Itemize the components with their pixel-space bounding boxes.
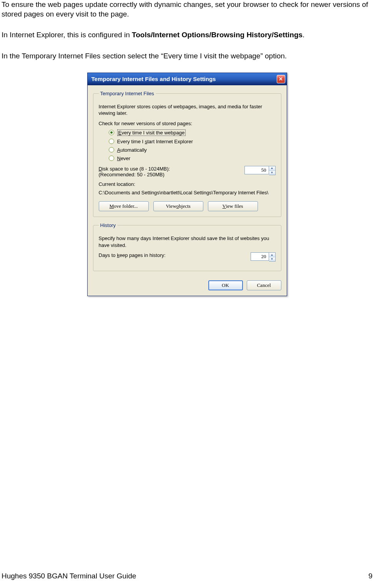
radio-icon (109, 139, 114, 144)
mnemonic: A (117, 147, 121, 153)
radio-automatically[interactable]: Automatically (109, 147, 276, 153)
radio-every-start[interactable]: Every time I start Internet Explorer (109, 139, 276, 144)
radio-every-start-label: Every time I start Internet Explorer (117, 139, 193, 144)
disk-space-label: Disk space to use (8 - 1024MB): (Recomme… (99, 166, 170, 177)
days-keep-spinner[interactable]: ▲ ▼ (251, 252, 276, 262)
disk-space-rec: (Recommended: 50 - 250MB) (99, 172, 170, 177)
p2-bold: Tools/Internet Options/Browsing History/… (132, 31, 303, 39)
label-rest: ever (121, 156, 130, 161)
current-location-path: C:\Documents and Settings\nbartlett\Loca… (99, 189, 276, 196)
label-rest: isk space to use (8 - 1024MB): (102, 166, 170, 172)
label-a: Every time I (117, 139, 145, 144)
label-b: tart Internet Explorer (147, 139, 193, 144)
check-newer-label: Check for newer versions of stored pages… (99, 121, 276, 126)
view-files-button[interactable]: View files (208, 201, 258, 211)
p2-suffix: . (303, 31, 304, 39)
label-a: View (166, 203, 176, 209)
label-b: bjects (179, 203, 190, 209)
paragraph-2: In Internet Explorer, this is configured… (2, 30, 372, 40)
disk-space-input[interactable] (244, 166, 269, 174)
label-rest: utomatically (120, 147, 147, 153)
spin-down-icon[interactable]: ▼ (269, 257, 275, 261)
label-rest: very time I visit the webpage (121, 130, 185, 136)
mnemonic: D (99, 166, 102, 172)
page-number: 9 (368, 572, 372, 580)
close-button[interactable]: ✕ (277, 75, 285, 83)
dialog-title: Temporary Internet Files and History Set… (91, 76, 216, 82)
mnemonic: N (117, 156, 121, 161)
mnemonic: E (118, 130, 122, 136)
radio-every-visit-label: Every time I visit the webpage (117, 129, 186, 136)
days-keep-input[interactable] (251, 252, 269, 261)
history-desc: Specify how many days Internet Explorer … (99, 235, 276, 248)
temp-files-legend: Temporary Internet Files (99, 91, 156, 96)
radio-never-label: Never (117, 156, 131, 161)
history-group: History Specify how many days Internet E… (93, 222, 281, 271)
radio-every-visit[interactable]: Every time I visit the webpage (109, 129, 276, 136)
label-b: eep pages in history: (120, 252, 166, 258)
spin-up-icon[interactable]: ▲ (269, 166, 275, 171)
mnemonic: V (223, 203, 226, 209)
days-keep-label: Days to keep pages in history: (99, 252, 166, 258)
label-a: Days to (99, 252, 117, 258)
mnemonic: M (110, 203, 114, 209)
paragraph-1: To ensure the web pages update correctly… (2, 0, 372, 19)
paragraph-3: In the Temporary Internet Files section … (2, 51, 372, 61)
radio-icon (109, 130, 114, 135)
close-icon: ✕ (279, 76, 283, 82)
p2-prefix: In Internet Explorer, this is configured… (2, 31, 132, 39)
cancel-button[interactable]: Cancel (247, 280, 281, 290)
footer-left: Hughes 9350 BGAN Terminal User Guide (2, 572, 136, 580)
spin-up-icon[interactable]: ▲ (269, 253, 275, 257)
view-objects-button[interactable]: View objects (153, 201, 203, 211)
dialog-titlebar: Temporary Internet Files and History Set… (88, 73, 287, 85)
ok-button[interactable]: OK (208, 280, 243, 290)
radio-never[interactable]: Never (109, 156, 276, 161)
temp-files-desc: Internet Explorer stores copies of webpa… (99, 103, 276, 117)
label-rest: ove folder... (114, 203, 138, 209)
move-folder-button[interactable]: Move folder... (99, 201, 149, 211)
label-rest: iew files (226, 203, 243, 209)
spin-down-icon[interactable]: ▼ (269, 171, 275, 175)
radio-icon (109, 156, 114, 161)
radio-icon (109, 147, 114, 152)
settings-dialog: Temporary Internet Files and History Set… (87, 73, 287, 296)
disk-space-spinner[interactable]: ▲ ▼ (244, 166, 276, 175)
history-legend: History (99, 222, 117, 228)
current-location-label: Current location: (99, 181, 276, 187)
temp-files-group: Temporary Internet Files Internet Explor… (93, 91, 281, 217)
radio-automatically-label: Automatically (117, 147, 147, 153)
